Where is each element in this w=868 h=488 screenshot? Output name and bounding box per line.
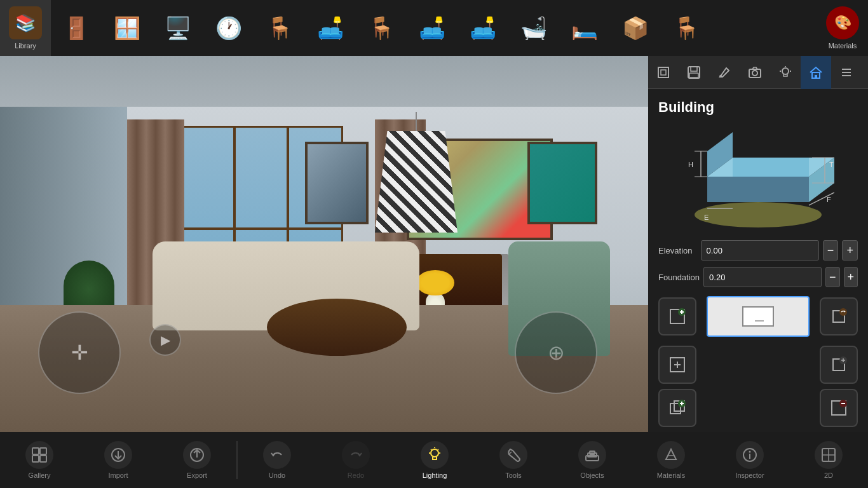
svg-point-8 xyxy=(782,68,789,74)
inspector-icon xyxy=(736,441,764,469)
coffee-table xyxy=(267,299,407,356)
building-panel: Building T xyxy=(648,89,868,488)
foundation-minus-btn[interactable]: − xyxy=(825,267,839,287)
duplicate-story-icon xyxy=(668,398,687,417)
bottom-gallery[interactable]: Gallery xyxy=(0,432,79,488)
main-viewport[interactable]: ✛ ▶ ⊕ xyxy=(0,56,648,432)
pan-control[interactable]: ▶ xyxy=(149,324,181,356)
tools-label: Tools xyxy=(505,471,522,479)
building-title: Building xyxy=(658,99,858,116)
svg-text:H: H xyxy=(688,161,693,168)
toolbar-chair-red2[interactable]: 🪑 xyxy=(661,0,712,56)
toolbar-bathtub[interactable]: 🛁 xyxy=(508,0,559,56)
delete-story-icon xyxy=(829,398,848,417)
toolbar-door[interactable]: 🚪 xyxy=(51,0,102,56)
panel-home-btn[interactable] xyxy=(801,56,831,89)
floor-plan-door xyxy=(755,320,764,325)
svg-rect-54 xyxy=(40,448,46,454)
bottom-2d[interactable]: 2D xyxy=(789,432,868,488)
clock-icon: 🕐 xyxy=(215,15,242,41)
camera-icon xyxy=(748,65,762,79)
story-controls-row3 xyxy=(658,389,858,427)
panel-save-btn[interactable] xyxy=(679,56,709,89)
2d-icon xyxy=(815,441,843,469)
bottom-objects[interactable]: Objects xyxy=(553,432,632,488)
building-diagram: T H E F xyxy=(682,126,834,227)
toolbar-materials[interactable]: 🎨 Materials xyxy=(817,0,868,56)
redo-icon xyxy=(342,441,370,469)
toolbar-armchair-yellow[interactable]: 🛋️ xyxy=(305,0,356,56)
flowers xyxy=(416,270,454,295)
bottom-undo[interactable]: Undo xyxy=(238,432,316,488)
toolbar-chair-red[interactable]: 🪑 xyxy=(254,0,305,56)
panel-list-btn[interactable] xyxy=(831,56,862,89)
lighting-icon xyxy=(421,441,449,469)
undo-label: Undo xyxy=(269,471,285,479)
pendant-lamp xyxy=(375,112,458,233)
floor-plan-preview-inner xyxy=(742,306,774,327)
redo-label: Redo xyxy=(348,471,364,479)
save-icon xyxy=(687,65,701,79)
bottom-materials[interactable]: Materials xyxy=(632,432,710,488)
svg-rect-55 xyxy=(32,456,39,462)
chair-red-icon: 🪑 xyxy=(266,15,293,41)
toolbar-chair-pink[interactable]: 🪑 xyxy=(356,0,407,56)
duplicate-story-btn[interactable] xyxy=(658,389,696,427)
panel-paint-btn[interactable] xyxy=(709,56,740,89)
add-story-btn[interactable] xyxy=(658,297,696,336)
bottom-redo[interactable]: Redo xyxy=(316,432,395,488)
story-controls-row2 xyxy=(658,346,858,384)
panel-icon-tabs xyxy=(648,56,868,89)
bottom-lighting[interactable]: Lighting xyxy=(395,432,474,488)
rotation-control[interactable]: ⊕ xyxy=(515,311,597,394)
panel-camera-btn[interactable] xyxy=(740,56,770,89)
toolbar-sofa-light[interactable]: 🛋️ xyxy=(407,0,458,56)
elevation-plus-btn[interactable]: + xyxy=(842,240,858,261)
svg-line-65 xyxy=(438,449,439,451)
2d-label: 2D xyxy=(824,471,833,479)
window-frame-horizontal xyxy=(180,227,341,230)
svg-rect-4 xyxy=(689,73,698,78)
door-icon: 🚪 xyxy=(63,15,90,41)
painting-left xyxy=(305,142,369,224)
svg-marker-18 xyxy=(707,177,809,202)
right-panel: Building T xyxy=(648,56,868,488)
export-label: Export xyxy=(187,471,207,479)
toolbar-chest[interactable]: 📦 xyxy=(610,0,661,56)
armchair-yellow-icon: 🛋️ xyxy=(317,15,344,41)
toolbar-library[interactable]: 📚 Library xyxy=(0,0,51,56)
room-3d-preview: T H E F xyxy=(682,126,834,227)
toolbar-sofa-yellow[interactable]: 🛋️ xyxy=(458,0,508,56)
bottom-tools[interactable]: Tools xyxy=(474,432,553,488)
toolbar-window[interactable]: 🪟 xyxy=(102,0,153,56)
add-story-icon xyxy=(668,307,687,326)
bottom-export[interactable]: Export xyxy=(158,432,236,488)
gallery-icon xyxy=(25,441,53,469)
foundation-plus-btn[interactable]: + xyxy=(844,267,858,287)
elevation-minus-btn[interactable]: − xyxy=(823,240,839,261)
delete-story-btn[interactable] xyxy=(820,389,858,427)
rotate-story-btn[interactable] xyxy=(820,297,858,336)
move-story-btn[interactable] xyxy=(658,346,696,384)
navigation-control-left[interactable]: ✛ xyxy=(38,311,121,394)
import-label: Import xyxy=(108,471,128,479)
settings-story-icon xyxy=(829,355,848,374)
svg-text:T: T xyxy=(829,161,834,168)
floor-plan-selected[interactable] xyxy=(707,296,810,337)
bottom-import[interactable]: Import xyxy=(79,432,158,488)
panel-select-btn[interactable] xyxy=(648,56,679,89)
foundation-label: Foundation xyxy=(658,273,700,282)
settings-story-btn[interactable] xyxy=(820,346,858,384)
toolbar-bed[interactable]: 🛏️ xyxy=(559,0,610,56)
panel-light-btn[interactable] xyxy=(770,56,801,89)
foundation-control: Foundation − + xyxy=(658,267,858,287)
paint-icon xyxy=(717,65,731,79)
foundation-input[interactable] xyxy=(703,267,822,287)
toolbar-clock[interactable]: 🕐 xyxy=(203,0,254,56)
materials-bottom-label: Materials xyxy=(657,471,686,479)
elevation-control: Elevation − + xyxy=(658,240,858,261)
elevation-input[interactable] xyxy=(701,240,819,261)
bottom-inspector[interactable]: Inspector xyxy=(710,432,789,488)
bathtub-icon: 🛁 xyxy=(520,15,547,41)
toolbar-monitor[interactable]: 🖥️ xyxy=(153,0,203,56)
